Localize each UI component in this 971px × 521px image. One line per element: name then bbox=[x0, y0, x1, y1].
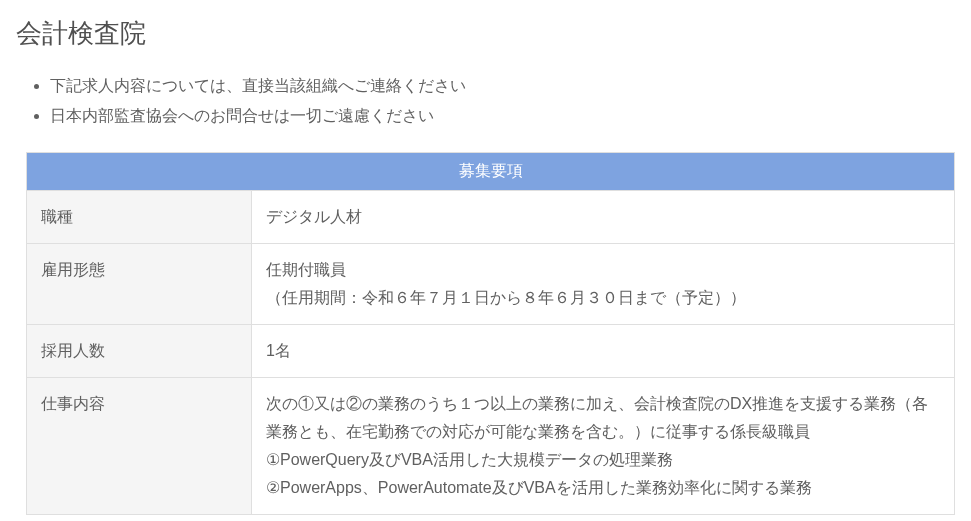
table-row: 職種 デジタル人材 bbox=[27, 190, 955, 243]
row-value: 1名 bbox=[252, 324, 955, 377]
recruitment-table: 募集要項 職種 デジタル人材 雇用形態 任期付職員 （任用期間：令和６年７月１日… bbox=[26, 152, 955, 515]
notice-item: 下記求人内容については、直接当該組織へご連絡ください bbox=[50, 71, 955, 101]
table-row: 仕事内容 次の①又は②の業務のうち１つ以上の業務に加え、会計検査院のDX推進を支… bbox=[27, 377, 955, 514]
row-label: 採用人数 bbox=[27, 324, 252, 377]
table-header: 募集要項 bbox=[27, 152, 955, 190]
recruitment-table-wrap: 募集要項 職種 デジタル人材 雇用形態 任期付職員 （任用期間：令和６年７月１日… bbox=[26, 152, 955, 515]
table-row: 採用人数 1名 bbox=[27, 324, 955, 377]
row-value: デジタル人材 bbox=[252, 190, 955, 243]
page-title: 会計検査院 bbox=[16, 16, 955, 51]
notice-list: 下記求人内容については、直接当該組織へご連絡ください 日本内部監査協会へのお問合… bbox=[50, 71, 955, 132]
row-value: 任期付職員 （任用期間：令和６年７月１日から８年６月３０日まで（予定）） bbox=[252, 243, 955, 324]
row-label: 雇用形態 bbox=[27, 243, 252, 324]
row-label: 仕事内容 bbox=[27, 377, 252, 514]
row-value: 次の①又は②の業務のうち１つ以上の業務に加え、会計検査院のDX推進を支援する業務… bbox=[252, 377, 955, 514]
table-row: 雇用形態 任期付職員 （任用期間：令和６年７月１日から８年６月３０日まで（予定）… bbox=[27, 243, 955, 324]
notice-item: 日本内部監査協会へのお問合せは一切ご遠慮ください bbox=[50, 101, 955, 131]
row-label: 職種 bbox=[27, 190, 252, 243]
